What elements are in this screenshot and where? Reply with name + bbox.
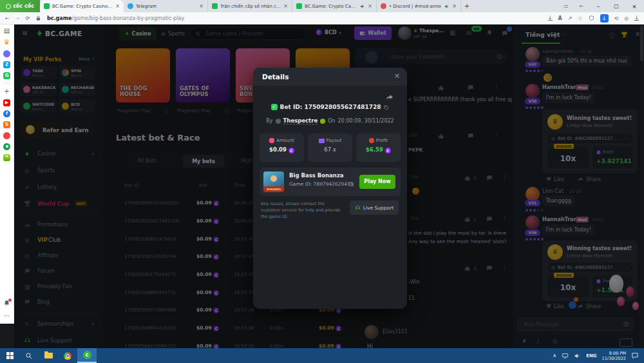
zalo-icon[interactable]: Z <box>3 61 10 68</box>
tab-bcgame-main[interactable]: BC.Game: Crypto Casino Gan × <box>40 0 124 12</box>
game-name: Big Bass Bonanza <box>289 172 344 179</box>
sync-icon[interactable]: ⟲ <box>614 15 619 21</box>
more-icon[interactable]: ⋯ <box>3 312 11 320</box>
taskbar-search-button[interactable] <box>19 348 39 363</box>
share-icon[interactable]: ↗ <box>568 15 573 21</box>
profit-value: $6.59 <box>366 146 383 153</box>
tab-bcgame-audio[interactable]: BC.Game: Crypto Casino × <box>292 0 377 12</box>
game-id: Game ID: 7897942629413 <box>289 181 354 187</box>
amount-value: $0.09 <box>269 146 287 153</box>
play-now-button[interactable]: Play Now <box>359 175 395 189</box>
bookmark-star-icon[interactable]: ☆ <box>578 15 582 21</box>
close-icon[interactable]: × <box>115 3 120 9</box>
reopen-tab-icon[interactable]: ← <box>574 3 589 9</box>
idm-download-icon[interactable]: ↓ <box>600 14 609 23</box>
profile-icon[interactable]: ◎ <box>624 15 629 21</box>
telegram-favicon <box>128 3 133 9</box>
soccer-icon[interactable] <box>3 143 10 150</box>
crown-icon[interactable]: ♛ <box>3 39 11 46</box>
window-maximize-button[interactable]: ▢ <box>608 3 625 9</box>
taskbar-date: 11/30/2022 <box>602 356 626 361</box>
lock-icon <box>35 15 41 21</box>
headset-icon <box>355 205 361 211</box>
app-icon-red[interactable] <box>3 132 10 139</box>
copy-icon[interactable] <box>348 181 354 187</box>
close-icon[interactable]: × <box>199 3 204 9</box>
share-arrow-icon[interactable] <box>386 93 393 101</box>
chrome-button[interactable] <box>58 348 77 363</box>
translate-icon[interactable]: A <box>558 15 562 21</box>
live-support-button[interactable]: Live Support <box>350 201 399 215</box>
taskbar-time: 8:00 PM <box>609 351 626 356</box>
badge-dot <box>8 299 12 302</box>
modal-close-icon[interactable]: × <box>394 72 400 80</box>
games-icon[interactable]: G <box>3 72 10 79</box>
back-button[interactable]: ← <box>5 15 10 21</box>
window-minimize-button[interactable]: – <box>590 3 607 10</box>
tab-telegram[interactable]: Telegram × <box>124 0 208 12</box>
clock[interactable]: 8:00 PM 11/30/2022 <box>602 351 626 361</box>
bet-id-value: Bet ID: 1750928055627481728 <box>280 104 381 110</box>
bet-id-row: ✓ Bet ID: 1750928055627481728 <box>253 104 407 110</box>
keyboard-language[interactable]: ENG <box>586 353 596 358</box>
screen: cốc cốc BC.Game: Crypto Casino Gan × Tel… <box>0 0 644 363</box>
windows-taskbar: c ∧ ENG 8:00 PM 11/30/2022 <box>0 348 644 363</box>
close-icon[interactable]: × <box>368 3 372 9</box>
shield-icon[interactable] <box>589 15 594 21</box>
file-explorer-button[interactable] <box>39 348 58 363</box>
discord-favicon <box>381 3 386 9</box>
user-icon <box>276 119 281 124</box>
profit-person-icon <box>369 138 374 143</box>
add-shortcut-icon[interactable]: + <box>3 88 11 95</box>
game-thumbnail[interactable]: BONANZA <box>263 172 284 192</box>
window-close-button[interactable]: × <box>626 3 643 10</box>
payout-card-icon <box>319 139 325 143</box>
profit-card: Profit $6.59 <box>356 133 401 162</box>
game-card: BONANZA Big Bass Bonanza Game ID: 789794… <box>260 168 401 196</box>
tray-expand-icon[interactable]: ∧ <box>553 353 556 358</box>
youtube-icon[interactable]: ▶ <box>3 99 10 106</box>
support-note: Any issues, please contact the customer … <box>261 201 345 220</box>
start-button[interactable] <box>0 348 19 363</box>
coccoc-logo[interactable]: cốc cốc <box>0 0 40 12</box>
downloads-tray-icon[interactable]: ↓ <box>634 15 639 21</box>
coccoc-button[interactable]: c <box>77 348 97 363</box>
facebook-icon[interactable]: f <box>3 110 10 117</box>
close-icon[interactable]: × <box>283 3 288 9</box>
speaker-icon <box>360 4 365 9</box>
search-icon <box>25 352 33 360</box>
amount-card: Amount $0.09 <box>260 133 304 162</box>
payout-card: Payout 67 x <box>308 133 352 162</box>
modal-header: Details × <box>253 68 407 86</box>
network-icon[interactable] <box>562 353 569 359</box>
bet-details-modal: Details × ✓ Bet ID: 1750928055627481728 … <box>253 68 407 309</box>
verified-shield-icon: ✓ <box>271 104 278 110</box>
browser-tab-bar: cốc cốc BC.Game: Crypto Casino Gan × Tel… <box>0 0 644 12</box>
reading-list-icon[interactable]: ▤ <box>3 27 11 35</box>
url-domain: bc.game <box>47 15 71 21</box>
tab-tran-chien[interactable]: Trận chiến cấp số nhân chơi × <box>208 0 292 12</box>
speaker-icon <box>444 4 450 9</box>
messenger-icon[interactable] <box>3 50 10 57</box>
modal-title: Details <box>262 73 289 81</box>
notification-bell[interactable] <box>3 300 10 308</box>
url-path: /game/big-bass-bonanza-by-pragmatic-play <box>72 15 185 21</box>
reload-button[interactable]: ⟳ <box>25 15 30 21</box>
new-tab-button[interactable]: + <box>461 0 473 12</box>
tab-discord[interactable]: • Discord | #mod-anno × <box>377 0 461 12</box>
browser-sidebar: ⚙ ⟲ ▤ ♛ Z G + ▶ f S * ⋯ <box>0 0 14 324</box>
cast-icon[interactable]: ▭ <box>559 3 573 9</box>
piggy-icon <box>269 138 274 143</box>
shopee-icon[interactable]: S <box>3 121 10 128</box>
garden-game-icon[interactable]: * <box>3 154 10 161</box>
close-icon[interactable]: × <box>452 3 457 9</box>
url-text[interactable]: bc.game/game/big-bass-bonanza-by-pragmat… <box>47 15 542 21</box>
snake-emoji-icon <box>320 119 325 124</box>
bet-author[interactable]: Thespectre <box>283 117 318 124</box>
forward-button[interactable]: → <box>15 15 20 21</box>
coccoc-cup-icon <box>6 4 11 9</box>
copy-icon[interactable] <box>383 104 389 110</box>
volume-icon[interactable] <box>574 353 581 359</box>
action-center-icon[interactable] <box>631 352 639 359</box>
download-page-icon[interactable]: ↓ <box>548 15 553 21</box>
